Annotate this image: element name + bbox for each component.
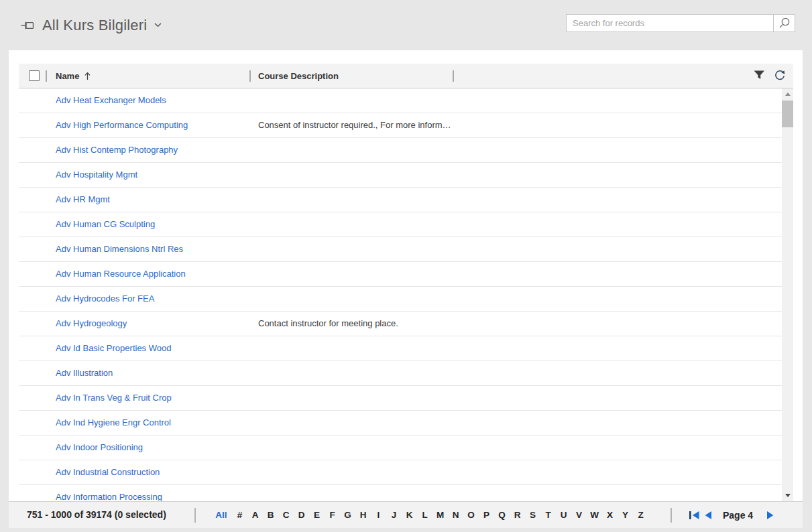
- table-row[interactable]: Adv HR Mgmt: [19, 188, 793, 212]
- jump-letter[interactable]: Z: [633, 510, 648, 520]
- table-row[interactable]: Adv Indoor Positioning: [19, 436, 793, 460]
- previous-page-button[interactable]: [705, 511, 712, 520]
- jump-letter[interactable]: F: [325, 510, 340, 520]
- search-icon: [778, 17, 791, 29]
- jump-letter[interactable]: T: [540, 510, 556, 520]
- jump-letter[interactable]: I: [371, 510, 386, 520]
- command-header: All Kurs Bilgileri: [0, 0, 812, 50]
- jump-letter[interactable]: L: [417, 510, 432, 520]
- column-header-description[interactable]: Course Description: [258, 64, 339, 88]
- table-row[interactable]: Adv Hydrocodes For FEA: [19, 287, 793, 312]
- jump-letter[interactable]: G: [340, 510, 355, 520]
- scrollbar-thumb[interactable]: [782, 101, 793, 127]
- jump-letter[interactable]: Q: [494, 510, 510, 520]
- table-row[interactable]: Adv Heat Exchanger Models: [19, 88, 793, 113]
- record-count: 751 - 1000 of 39174 (0 selected): [27, 502, 166, 528]
- scrollbar-down-button[interactable]: [782, 490, 793, 501]
- table-row[interactable]: Adv Industrial Construction: [19, 460, 793, 485]
- pin-view-icon[interactable]: [20, 19, 35, 32]
- refresh-icon[interactable]: [774, 70, 786, 82]
- grid-footer: 751 - 1000 of 39174 (0 selected) All #AB…: [9, 501, 803, 528]
- table-row[interactable]: Adv Hospitality Mgmt: [19, 163, 793, 188]
- jump-letter[interactable]: D: [294, 510, 309, 520]
- row-name-link[interactable]: Adv High Performance Computing: [56, 113, 188, 137]
- jump-letter[interactable]: K: [402, 510, 417, 520]
- sort-ascending-icon: [84, 72, 91, 80]
- jump-letter[interactable]: C: [278, 510, 294, 520]
- row-description: Consent of instructor required., For mor…: [258, 113, 451, 137]
- jump-letter[interactable]: E: [309, 510, 325, 520]
- jump-letter[interactable]: U: [556, 510, 571, 520]
- footer-divider: [671, 508, 672, 523]
- row-name-link[interactable]: Adv Indoor Positioning: [56, 436, 143, 460]
- jump-bar: All #ABCDEFGHIJKLMNOPQRSTUVWXYZ: [211, 502, 648, 528]
- jump-letter[interactable]: A: [247, 510, 263, 520]
- table-row[interactable]: Adv Hist Contemp Photography: [19, 138, 793, 163]
- row-name-link[interactable]: Adv Hydrogeology: [56, 312, 127, 336]
- jump-letter[interactable]: P: [479, 510, 494, 520]
- grid-body: Adv Heat Exchanger Models Adv High Perfo…: [19, 88, 793, 501]
- view-title[interactable]: All Kurs Bilgileri: [42, 17, 147, 34]
- grid-header: Name Course Description: [19, 64, 793, 88]
- view-selector[interactable]: All Kurs Bilgileri: [20, 0, 162, 50]
- page-label: Page 4: [723, 510, 753, 521]
- column-header-name[interactable]: Name: [56, 64, 91, 88]
- jump-letter[interactable]: B: [263, 510, 278, 520]
- jump-letter[interactable]: #: [232, 510, 247, 520]
- row-name-link[interactable]: Adv Hospitality Mgmt: [56, 163, 137, 187]
- jump-letter[interactable]: O: [463, 510, 479, 520]
- jump-letter[interactable]: S: [525, 510, 540, 520]
- table-row[interactable]: Adv Information Processing: [19, 485, 793, 501]
- grid-panel: Name Course Description: [9, 50, 803, 528]
- row-name-link[interactable]: Adv Illustration: [56, 361, 113, 385]
- row-name-link[interactable]: Adv Heat Exchanger Models: [56, 88, 166, 113]
- row-name-link[interactable]: Adv HR Mgmt: [56, 188, 110, 212]
- jump-letter[interactable]: V: [571, 510, 587, 520]
- search-input[interactable]: [567, 15, 773, 31]
- table-row[interactable]: Adv High Performance Computing Consent o…: [19, 113, 793, 138]
- jump-letter[interactable]: J: [386, 510, 402, 520]
- column-header-description-label: Course Description: [258, 71, 339, 81]
- jump-letter[interactable]: N: [448, 510, 463, 520]
- row-name-link[interactable]: Adv Id Basic Properties Wood: [56, 336, 171, 360]
- column-divider: [453, 70, 454, 82]
- table-row[interactable]: Adv Hydrogeology Contact instructor for …: [19, 312, 793, 336]
- jump-letter[interactable]: Y: [618, 510, 633, 520]
- select-all-checkbox[interactable]: [29, 70, 40, 81]
- table-row[interactable]: Adv Illustration: [19, 361, 793, 386]
- triangle-down-icon: [785, 494, 791, 497]
- row-name-link[interactable]: Adv Human Resource Application: [56, 262, 186, 286]
- table-row[interactable]: Adv Ind Hygiene Engr Control: [19, 411, 793, 436]
- jump-letter[interactable]: H: [355, 510, 371, 520]
- row-name-link[interactable]: Adv Hist Contemp Photography: [56, 138, 178, 162]
- chevron-down-icon[interactable]: [154, 23, 162, 27]
- jump-letter[interactable]: R: [510, 510, 525, 520]
- vertical-scrollbar[interactable]: [782, 88, 793, 501]
- footer-divider: [194, 508, 196, 523]
- row-name-link[interactable]: Adv Information Processing: [56, 485, 162, 501]
- grid-rows: Adv Heat Exchanger Models Adv High Perfo…: [19, 88, 793, 501]
- row-name-link[interactable]: Adv Industrial Construction: [56, 460, 160, 484]
- jump-bar-all[interactable]: All: [211, 510, 232, 520]
- table-row[interactable]: Adv Human CG Sculpting: [19, 212, 793, 237]
- next-page-button[interactable]: [766, 511, 774, 520]
- column-divider: [46, 70, 47, 82]
- row-description: Contact instructor for meeting place.: [258, 312, 398, 336]
- row-name-link[interactable]: Adv Hydrocodes For FEA: [56, 287, 154, 311]
- table-row[interactable]: Adv In Trans Veg & Fruit Crop: [19, 386, 793, 411]
- search-button[interactable]: [773, 15, 795, 31]
- row-name-link[interactable]: Adv In Trans Veg & Fruit Crop: [56, 386, 172, 410]
- jump-letter[interactable]: M: [432, 510, 448, 520]
- jump-letter[interactable]: X: [602, 510, 618, 520]
- column-divider: [249, 70, 251, 82]
- jump-letter[interactable]: W: [587, 510, 602, 520]
- table-row[interactable]: Adv Human Resource Application: [19, 262, 793, 287]
- row-name-link[interactable]: Adv Ind Hygiene Engr Control: [56, 411, 171, 435]
- row-name-link[interactable]: Adv Human Dimensions Ntrl Res: [56, 237, 183, 261]
- row-name-link[interactable]: Adv Human CG Sculpting: [56, 212, 155, 237]
- filter-icon[interactable]: [754, 70, 765, 80]
- first-page-button[interactable]: [689, 511, 700, 520]
- table-row[interactable]: Adv Human Dimensions Ntrl Res: [19, 237, 793, 262]
- scrollbar-up-button[interactable]: [782, 88, 793, 100]
- table-row[interactable]: Adv Id Basic Properties Wood: [19, 336, 793, 361]
